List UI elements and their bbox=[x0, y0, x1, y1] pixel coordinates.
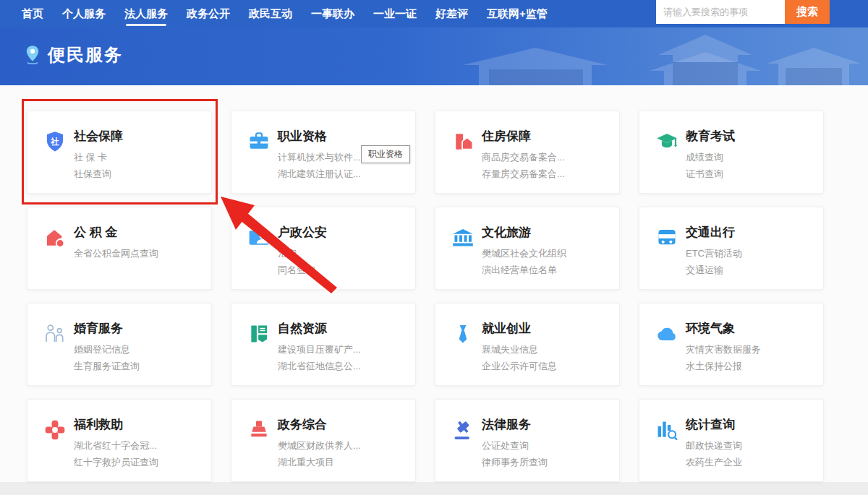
card-link[interactable]: 律师事务所查询 bbox=[482, 454, 548, 470]
card-link[interactable]: 演出经营单位名单 bbox=[482, 262, 566, 278]
card-body: 文化旅游樊城区社会文化组织演出经营单位名单 bbox=[482, 225, 566, 278]
location-pin-icon bbox=[25, 45, 41, 65]
card-title: 户政公安 bbox=[278, 225, 327, 240]
card-body: 政务综合樊城区财政供养人...湖北重大项目 bbox=[278, 418, 361, 470]
card-link[interactable]: 湖北省征地信息公... bbox=[278, 358, 361, 374]
card-link[interactable]: 生育服务证查询 bbox=[74, 358, 140, 374]
card-icon-wrap: 社 bbox=[43, 130, 67, 153]
card-link[interactable]: 社保查询 bbox=[74, 165, 123, 182]
banner-building-art bbox=[420, 27, 868, 85]
nav-item-9[interactable]: 互联网+监管 bbox=[487, 0, 548, 27]
service-card[interactable]: 住房保障商品房交易备案合...存量房交易备案合... bbox=[435, 111, 620, 194]
card-links: 樊城区社会文化组织演出经营单位名单 bbox=[482, 245, 566, 278]
service-card[interactable]: 自然资源建设项目压覆矿产...湖北省征地信息公... bbox=[231, 303, 416, 386]
card-link[interactable]: 证书查询 bbox=[686, 165, 735, 182]
service-card[interactable]: 婚育服务婚姻登记信息生育服务证查询 bbox=[27, 303, 212, 386]
bus-icon bbox=[655, 226, 678, 249]
card-icon-wrap bbox=[655, 226, 678, 249]
card-links: ETC营销活动交通运输 bbox=[686, 245, 742, 278]
card-link[interactable]: 存量房交易备案合... bbox=[482, 165, 565, 182]
card-links: 灾情灾害数据服务水土保持公报 bbox=[686, 341, 761, 374]
card-title: 政务综合 bbox=[278, 418, 361, 432]
card-link[interactable]: 社 保 卡 bbox=[74, 149, 123, 165]
person-badge-icon bbox=[247, 226, 271, 249]
card-link[interactable]: 婚姻登记信息 bbox=[74, 341, 140, 358]
card-icon-wrap bbox=[451, 226, 475, 249]
service-card[interactable]: 福利救助湖北省红十字会冠...红十字救护员证查询 bbox=[27, 399, 212, 482]
card-link[interactable]: 湖北省红十字会冠... bbox=[74, 437, 158, 454]
card-title: 职业资格 bbox=[278, 129, 361, 144]
card-title: 法律服务 bbox=[482, 418, 548, 432]
card-link[interactable]: 灾情灾害数据服务 bbox=[686, 341, 761, 358]
nav-item-3[interactable]: 法人服务 bbox=[124, 0, 168, 27]
card-link[interactable]: 企业公示许可信息 bbox=[482, 358, 557, 374]
card-icon-wrap bbox=[247, 418, 271, 442]
card-link[interactable]: 樊城区财政供养人... bbox=[278, 437, 361, 454]
card-link[interactable]: ETC营销活动 bbox=[686, 245, 742, 262]
card-links: 樊城区财政供养人...湖北重大项目 bbox=[278, 437, 361, 470]
card-title: 文化旅游 bbox=[482, 225, 566, 240]
nav-item-7[interactable]: 一业一证 bbox=[373, 0, 417, 27]
card-title: 福利救助 bbox=[74, 418, 158, 432]
card-link[interactable]: 襄城失业信息 bbox=[482, 341, 557, 358]
card-links: 全省公积金网点查询 bbox=[74, 245, 158, 262]
card-link[interactable]: 商品房交易备案合... bbox=[482, 149, 565, 165]
card-icon-wrap bbox=[247, 130, 271, 153]
service-card[interactable]: 文化旅游樊城区社会文化组织演出经营单位名单 bbox=[435, 207, 620, 290]
card-icon-wrap bbox=[451, 130, 475, 153]
next-section-edge bbox=[0, 482, 868, 495]
card-title: 自然资源 bbox=[278, 322, 361, 336]
card-link[interactable]: 公证处查询 bbox=[482, 437, 548, 454]
card-links: 婚姻登记信息生育服务证查询 bbox=[74, 341, 140, 374]
card-links: 襄城失业信息企业公示许可信息 bbox=[482, 341, 557, 374]
card-link[interactable]: 同名查询 bbox=[278, 262, 327, 278]
card-link[interactable]: 建设项目压覆矿产... bbox=[278, 341, 361, 358]
card-body: 统计查询邮政快递查询农药生产企业 bbox=[686, 418, 742, 470]
card-links: 治安同名查询 bbox=[278, 245, 327, 278]
nav-item-2[interactable]: 个人服务 bbox=[62, 0, 106, 27]
card-icon-wrap bbox=[43, 226, 67, 249]
card-icon-wrap bbox=[655, 418, 678, 442]
graduation-cap-icon bbox=[655, 130, 678, 153]
card-link[interactable]: 湖北建筑注册认证... bbox=[278, 165, 361, 182]
service-card[interactable]: 交通出行ETC营销活动交通运输 bbox=[639, 207, 824, 290]
card-link[interactable]: 全省公积金网点查询 bbox=[74, 245, 158, 262]
card-link[interactable]: 湖北重大项目 bbox=[278, 454, 361, 470]
service-card[interactable]: 环境气象灾情灾害数据服务水土保持公报 bbox=[639, 303, 824, 386]
service-card[interactable]: 政务综合樊城区财政供养人...湖北重大项目 bbox=[231, 399, 416, 482]
card-link[interactable]: 红十字救护员证查询 bbox=[74, 454, 158, 470]
card-link[interactable]: 樊城区社会文化组织 bbox=[482, 245, 566, 262]
card-body: 法律服务公证处查询律师事务所查询 bbox=[482, 418, 548, 470]
card-title: 统计查询 bbox=[686, 418, 742, 432]
nav-item-6[interactable]: 一事联办 bbox=[311, 0, 354, 27]
search-button[interactable]: 搜索 bbox=[785, 0, 830, 24]
service-card[interactable]: 就业创业襄城失业信息企业公示许可信息 bbox=[435, 303, 620, 386]
card-link[interactable]: 水土保持公报 bbox=[686, 358, 761, 374]
nav-item-4[interactable]: 政务公开 bbox=[187, 0, 230, 27]
card-link[interactable]: 成绩查询 bbox=[686, 149, 735, 165]
card-link[interactable]: 交通运输 bbox=[686, 262, 742, 278]
card-link[interactable]: 治安 bbox=[278, 245, 327, 262]
service-card[interactable]: 教育考试成绩查询证书查询 bbox=[639, 111, 824, 194]
card-body: 福利救助湖北省红十字会冠...红十字救护员证查询 bbox=[74, 418, 158, 470]
nav-item-1[interactable]: 首页 bbox=[22, 0, 43, 27]
card-link[interactable]: 邮政快递查询 bbox=[686, 437, 742, 454]
card-title: 教育考试 bbox=[686, 129, 735, 144]
gavel-icon bbox=[451, 418, 475, 442]
nav-item-5[interactable]: 政民互动 bbox=[249, 0, 292, 27]
card-links: 公证处查询律师事务所查询 bbox=[482, 437, 548, 470]
card-body: 婚育服务婚姻登记信息生育服务证查询 bbox=[74, 322, 140, 374]
card-link[interactable]: 计算机技术与软件... bbox=[278, 149, 361, 165]
nav-item-8[interactable]: 好差评 bbox=[435, 0, 468, 27]
card-body: 公 积 金全省公积金网点查询 bbox=[74, 225, 158, 262]
search-input[interactable] bbox=[656, 0, 785, 24]
card-link[interactable]: 农药生产企业 bbox=[686, 454, 742, 470]
service-card[interactable]: 户政公安治安同名查询 bbox=[231, 207, 416, 290]
stamp-icon bbox=[247, 418, 271, 442]
service-card[interactable]: 统计查询邮政快递查询农药生产企业 bbox=[639, 399, 824, 482]
card-body: 交通出行ETC营销活动交通运输 bbox=[686, 225, 742, 278]
service-card[interactable]: 社社会保障社 保 卡社保查询 bbox=[27, 111, 212, 194]
service-card[interactable]: 公 积 金全省公积金网点查询 bbox=[27, 207, 212, 290]
service-card[interactable]: 法律服务公证处查询律师事务所查询 bbox=[435, 399, 620, 482]
card-links: 社 保 卡社保查询 bbox=[74, 149, 123, 182]
